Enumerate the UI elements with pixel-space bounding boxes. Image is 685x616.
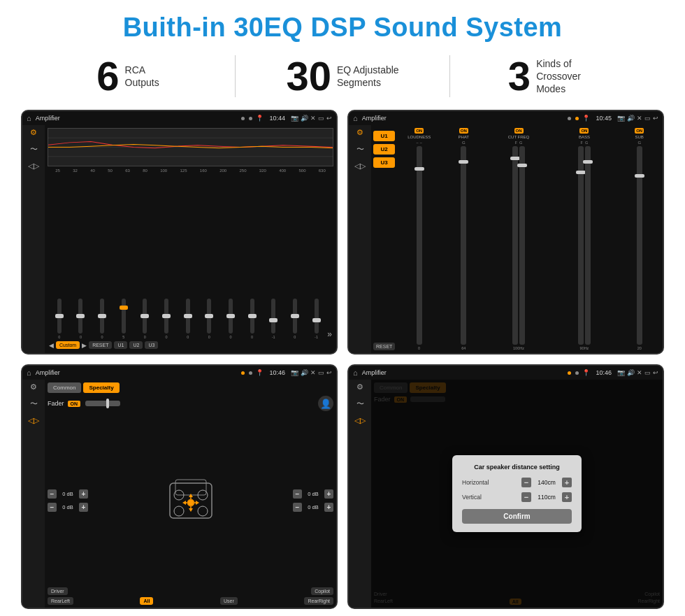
- close-icon-2[interactable]: ✕: [637, 115, 642, 122]
- back-icon-4[interactable]: ↩: [653, 369, 658, 376]
- loudness-thumb[interactable]: [414, 167, 424, 171]
- eq-track-3[interactable]: [100, 299, 104, 334]
- fader-tab-specialty[interactable]: Specialty: [83, 382, 119, 393]
- eq-u1-btn[interactable]: U1: [114, 341, 127, 349]
- back-icon-2[interactable]: ↩: [653, 115, 658, 122]
- eq-u2-btn[interactable]: U2: [129, 341, 143, 349]
- bass-thumb-2[interactable]: [583, 160, 593, 164]
- home-icon-3[interactable]: ⌂: [27, 368, 31, 377]
- eq-track-9[interactable]: [229, 299, 233, 334]
- home-icon-4[interactable]: ⌂: [353, 368, 358, 377]
- eq-thumb-3[interactable]: [98, 314, 106, 318]
- cutfreq-thumb-1[interactable]: [510, 157, 520, 160]
- fader-slider-track[interactable]: [85, 401, 120, 406]
- fader-icon-3[interactable]: ◁▷: [28, 416, 39, 425]
- phat-slider[interactable]: [461, 146, 466, 345]
- dialog-icon-3[interactable]: ◁▷: [354, 416, 366, 425]
- dialog-vertical-plus[interactable]: +: [562, 492, 572, 502]
- eq-thumb-2[interactable]: [76, 314, 85, 318]
- fader-copilot-btn[interactable]: Copilot: [311, 587, 333, 595]
- dialog-horizontal-minus[interactable]: −: [521, 478, 531, 487]
- xover-u2-btn[interactable]: U2: [373, 144, 395, 155]
- fader-tab-common[interactable]: Common: [48, 382, 81, 393]
- loudness-slider[interactable]: [417, 146, 422, 345]
- xover-icon-3[interactable]: ◁▷: [354, 162, 366, 171]
- eq-track-1[interactable]: [57, 299, 62, 334]
- eq-track-6[interactable]: [164, 299, 168, 334]
- eq-track-2[interactable]: [78, 299, 82, 334]
- fader-slider-thumb[interactable]: [106, 399, 109, 408]
- sub-thumb[interactable]: [635, 174, 644, 178]
- eq-thumb-7[interactable]: [184, 314, 192, 318]
- eq-track-11[interactable]: [271, 299, 275, 334]
- eq-track-7[interactable]: [186, 299, 190, 334]
- fader-rearleft-btn[interactable]: RearLeft: [48, 597, 73, 605]
- close-icon-3[interactable]: ✕: [310, 369, 316, 376]
- eq-thumb-6[interactable]: [162, 314, 171, 318]
- eq-track-4[interactable]: [122, 299, 126, 334]
- fader-driver-btn[interactable]: Driver: [48, 587, 68, 595]
- cutfreq-slider-1[interactable]: [512, 146, 518, 345]
- back-icon-1[interactable]: ↩: [326, 115, 332, 122]
- xover-icon-2[interactable]: 〜: [356, 144, 364, 155]
- xover-reset-btn[interactable]: RESET: [373, 343, 395, 350]
- eq-thumb-13[interactable]: [312, 318, 321, 322]
- phat-thumb[interactable]: [459, 160, 468, 164]
- cutfreq-thumb-2[interactable]: [517, 164, 527, 167]
- eq-track-12[interactable]: [293, 299, 297, 334]
- dialog-horizontal-plus[interactable]: +: [562, 478, 572, 487]
- fader-plus-1[interactable]: +: [79, 489, 88, 499]
- xover-u1-btn[interactable]: U1: [373, 131, 395, 141]
- eq-thumb-10[interactable]: [248, 314, 257, 318]
- dialog-vertical-minus[interactable]: −: [521, 492, 531, 502]
- eq-thumb-12[interactable]: [291, 314, 299, 318]
- bass-thumb-1[interactable]: [576, 171, 586, 174]
- home-icon-1[interactable]: ⌂: [27, 114, 31, 122]
- fader-minus-1[interactable]: −: [48, 489, 57, 499]
- fader-minus-2[interactable]: −: [48, 503, 57, 512]
- eq-track-5[interactable]: [143, 299, 147, 334]
- eq-track-8[interactable]: [207, 299, 211, 334]
- bass-slider-1[interactable]: [578, 146, 584, 345]
- eq-next-arrow[interactable]: ▶: [82, 342, 87, 349]
- eq-thumb-8[interactable]: [205, 314, 213, 318]
- eq-thumb-1[interactable]: [55, 314, 64, 318]
- fader-plus-4[interactable]: +: [324, 503, 333, 512]
- close-icon-4[interactable]: ✕: [637, 369, 642, 376]
- eq-custom-btn[interactable]: Custom: [56, 341, 80, 349]
- sub-slider[interactable]: [637, 146, 642, 345]
- fader-icon-1[interactable]: ⚙: [30, 382, 37, 392]
- eq-track-10[interactable]: [250, 299, 254, 334]
- eq-thumb-4[interactable]: [120, 306, 128, 310]
- eq-thumb-5[interactable]: [140, 314, 149, 318]
- dialog-icon-2[interactable]: 〜: [356, 399, 364, 409]
- fader-plus-3[interactable]: +: [324, 489, 333, 499]
- fader-minus-3[interactable]: −: [293, 489, 302, 499]
- eq-filter-icon[interactable]: ⚙: [30, 128, 37, 137]
- xover-icon-1[interactable]: ⚙: [356, 128, 363, 137]
- eq-scroll-right[interactable]: »: [327, 329, 332, 339]
- cutfreq-slider-2[interactable]: [519, 146, 525, 345]
- sub-val: 20: [637, 346, 642, 350]
- bass-slider-2[interactable]: [585, 146, 591, 345]
- home-icon-2[interactable]: ⌂: [353, 114, 358, 122]
- eq-u3-btn[interactable]: U3: [145, 341, 158, 349]
- fader-icon-2[interactable]: 〜: [30, 399, 38, 409]
- eq-speaker-icon[interactable]: ◁▷: [28, 162, 39, 171]
- close-icon-1[interactable]: ✕: [310, 115, 316, 122]
- fader-user-btn[interactable]: User: [220, 597, 238, 605]
- eq-wave-icon[interactable]: 〜: [30, 144, 38, 155]
- eq-thumb-11[interactable]: [269, 318, 277, 322]
- dialog-icon-1[interactable]: ⚙: [356, 382, 363, 392]
- fader-minus-4[interactable]: −: [293, 503, 302, 512]
- eq-track-13[interactable]: [315, 299, 319, 334]
- fader-rearright-btn[interactable]: RearRight: [304, 597, 333, 605]
- confirm-button[interactable]: Confirm: [462, 509, 572, 524]
- fader-all-btn[interactable]: All: [140, 597, 153, 605]
- xover-u3-btn[interactable]: U3: [373, 157, 395, 168]
- fader-plus-2[interactable]: +: [79, 503, 88, 512]
- eq-thumb-9[interactable]: [226, 314, 235, 318]
- eq-reset-btn[interactable]: RESET: [89, 341, 112, 349]
- back-icon-3[interactable]: ↩: [326, 369, 332, 376]
- eq-prev-arrow[interactable]: ◀: [49, 342, 54, 349]
